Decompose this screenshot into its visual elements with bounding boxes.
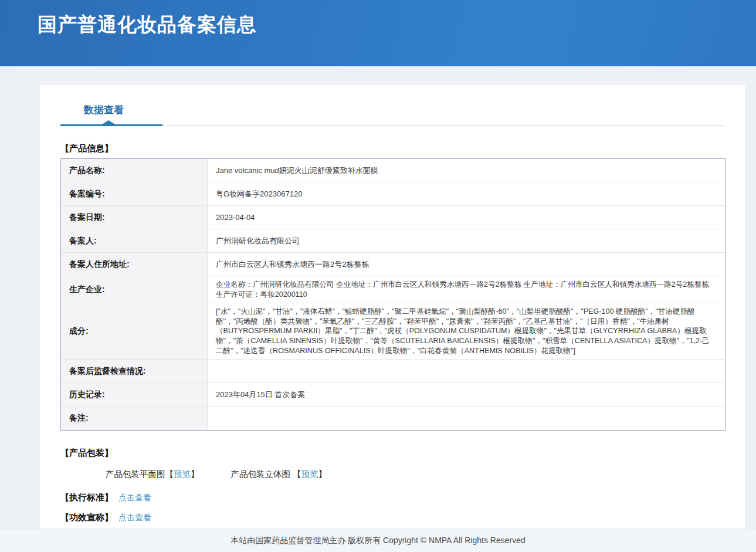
row-label: 备案编号:	[61, 182, 208, 205]
tab-active-indicator	[60, 124, 726, 126]
table-row-registrant: 备案人: 广州润研化妆品有限公司	[61, 229, 725, 253]
row-value	[208, 407, 725, 430]
table-row-manufacturer: 生产企业: 企业名称：广州润研化妆品有限公司 企业地址：广州市白云区人和镇秀水塘…	[61, 276, 725, 303]
row-value: 2023年04月15日 首次备案	[208, 383, 725, 406]
row-label: 备案后监督检查情况:	[61, 360, 208, 382]
content-card: 数据查看 【产品信息】 产品名称: Jane volcanic mud妍泥火山泥…	[40, 85, 745, 529]
row-label: 备案日期:	[61, 206, 208, 229]
bracket-open: 【	[165, 469, 174, 479]
view-claims-link[interactable]: 点击查看	[118, 513, 151, 522]
page-title: 国产普通化妆品备案信息	[0, 0, 756, 36]
table-row-registration-number: 备案编号: 粤G妆网备字2023067120	[61, 182, 725, 206]
footer-copyright: 本站由国家药品监督管理局主办 版权所有 Copyright © NMPA All…	[230, 536, 525, 546]
section-heading-claims: 【功效宣称】	[60, 512, 113, 522]
packaging-row: 产品包装平面图【预览】 产品包装立体图 【预览】	[106, 469, 726, 480]
page-header: 国产普通化妆品备案信息	[0, 0, 756, 66]
bracket-open: 【	[293, 469, 301, 479]
row-label: 备案人住所地址:	[61, 253, 208, 276]
tab-divider-line	[162, 125, 726, 126]
claims-row: 【功效宣称】点击查看	[60, 512, 726, 523]
product-info-table: 产品名称: Jane volcanic mud妍泥火山泥舒缓紧致补水面膜 备案编…	[60, 158, 726, 431]
table-row-history: 历史记录: 2023年04月15日 首次备案	[61, 383, 725, 407]
tab-pointer-triangle	[102, 120, 115, 124]
packaging-3d-label: 产品包装立体图	[231, 469, 293, 479]
row-value: 广州市白云区人和镇秀水塘西一路2号2栋整栋	[208, 253, 725, 276]
table-row-product-name: 产品名称: Jane volcanic mud妍泥火山泥舒缓紧致补水面膜	[61, 159, 725, 182]
row-label: 备案人:	[61, 229, 208, 252]
tab-data-view[interactable]: 数据查看	[84, 103, 124, 117]
table-row-registration-date: 备案日期: 2023-04-04	[61, 206, 725, 229]
table-row-ingredients: 成分: ["水"，"火山泥"，"甘油"，"液体石蜡"，"鲸蜡硬脂醇"，"聚二甲基…	[61, 303, 725, 360]
row-label: 历史记录:	[61, 383, 208, 406]
preview-link-flat[interactable]: 预览	[174, 469, 191, 479]
section-heading-standards: 【执行标准】	[60, 492, 113, 502]
row-value: ["水"，"火山泥"，"甘油"，"液体石蜡"，"鲸蜡硬脂醇"，"聚二甲基硅氧烷"…	[208, 303, 725, 359]
bracket-close: 】	[191, 469, 199, 479]
row-value: 企业名称：广州润研化妆品有限公司 企业地址：广州市白云区人和镇秀水塘西一路2号2…	[208, 276, 725, 303]
row-label: 成分:	[61, 303, 208, 359]
row-label: 生产企业:	[61, 276, 208, 303]
row-value: 2023-04-04	[208, 206, 725, 229]
section-heading-product-info: 【产品信息】	[60, 143, 726, 154]
packaging-item-3d: 产品包装立体图 【预览】	[231, 469, 327, 480]
standards-row: 【执行标准】点击查看	[60, 492, 726, 503]
tab-underline-bar	[60, 124, 162, 126]
packaging-flat-label: 产品包装平面图	[106, 469, 165, 479]
table-row-registrant-address: 备案人住所地址: 广州市白云区人和镇秀水塘西一路2号2栋整栋	[61, 253, 725, 276]
row-label: 备注:	[61, 407, 208, 430]
row-value: 广州润研化妆品有限公司	[208, 229, 725, 252]
section-heading-packaging: 【产品包装】	[60, 448, 726, 459]
table-row-remarks: 备注:	[61, 407, 725, 430]
footer: 本站由国家药品监督管理局主办 版权所有 Copyright © NMPA All…	[0, 530, 756, 552]
row-value: Jane volcanic mud妍泥火山泥舒缓紧致补水面膜	[208, 159, 725, 182]
row-value	[208, 360, 725, 382]
packaging-item-flat: 产品包装平面图【预览】	[106, 469, 199, 480]
table-row-supervision-check: 备案后监督检查情况:	[61, 360, 725, 383]
preview-link-3d[interactable]: 预览	[301, 469, 318, 479]
bracket-close: 】	[318, 469, 327, 479]
row-label: 产品名称:	[61, 159, 208, 182]
row-value: 粤G妆网备字2023067120	[208, 182, 725, 205]
view-standards-link[interactable]: 点击查看	[118, 493, 151, 502]
